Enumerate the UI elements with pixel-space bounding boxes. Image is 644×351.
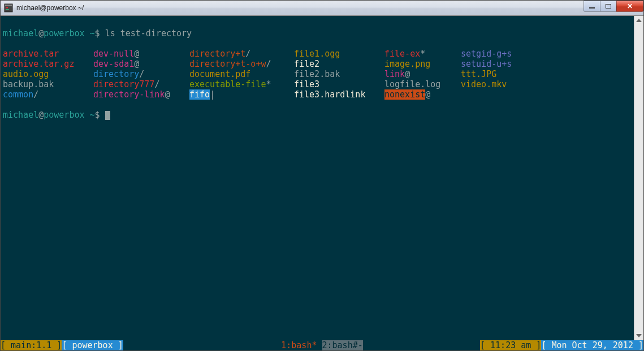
ls-entry: file3.hardlink — [294, 89, 384, 100]
svg-rect-1 — [5, 5, 12, 6]
close-button[interactable]: ✕ — [616, 1, 643, 12]
ls-entry: file2 — [294, 59, 384, 69]
window-title: michael@powerbox ~/ — [16, 4, 84, 12]
window-controls: ✕ — [584, 1, 643, 12]
ls-entry: directory777/ — [93, 79, 189, 89]
ls-entry: setgid-g+s — [461, 49, 512, 59]
ls-entry: backup.bak — [3, 79, 93, 89]
command-text: ls test-directory — [105, 28, 192, 38]
ls-entry: fifo| — [189, 89, 294, 100]
maximize-button[interactable] — [600, 1, 617, 12]
ls-entry: video.mkv — [461, 79, 512, 89]
ls-entry: file1.ogg — [294, 49, 384, 59]
ls-entry: ttt.JPG — [461, 69, 512, 79]
ls-entry: directory-link@ — [93, 89, 189, 100]
ls-entry: directory+t-o+w/ — [189, 59, 294, 69]
prompt-host: powerbox — [44, 28, 84, 38]
status-time: [ 11:23 am ] — [480, 340, 541, 350]
status-right: [ 11:23 am ][ Mon Oct 29, 2012 ] — [480, 340, 643, 350]
status-date: [ Mon Oct 29, 2012 ] — [541, 340, 643, 350]
ls-entry: file2.bak — [294, 69, 384, 79]
ls-entry: directory+t/ — [189, 49, 294, 59]
ls-entry: archive.tar — [3, 49, 93, 59]
svg-rect-2 — [6, 7, 8, 8]
ls-entry: common/ — [3, 89, 93, 100]
ls-entry: document.pdf — [189, 69, 294, 79]
ls-entry: file-ex* — [384, 49, 461, 59]
status-left: [ main:1.1 ][ powerbox ] — [1, 340, 123, 350]
cursor — [105, 111, 110, 120]
status-host: [ powerbox ] — [62, 340, 123, 350]
titlebar[interactable]: michael@powerbox ~/ ✕ — [1, 1, 643, 16]
app-icon — [4, 3, 13, 12]
ls-entry: logfile.log — [384, 79, 461, 89]
ls-entry: directory/ — [93, 69, 189, 79]
prompt-path: ~ — [90, 28, 95, 38]
ls-entry: link@ — [384, 69, 461, 79]
ls-entry: file3 — [294, 79, 384, 89]
ls-entry: image.png — [384, 59, 461, 69]
terminal-area: michael@powerbox ~$ ls test-directory ar… — [1, 16, 643, 340]
terminal[interactable]: michael@powerbox ~$ ls test-directory ar… — [1, 16, 634, 340]
ls-entry: dev-null@ — [93, 49, 189, 59]
ls-entry: audio.ogg — [3, 69, 93, 79]
status-active-window: 1:bash* — [281, 340, 317, 350]
ls-entry: nonexist@ — [384, 89, 461, 100]
prompt-user: michael — [3, 28, 38, 38]
ls-output: archive.tararchive.tar.gzaudio.oggbackup… — [3, 49, 634, 100]
tmux-statusbar: [ main:1.1 ][ powerbox ] 1:bash* 2:bash#… — [1, 340, 643, 350]
prompt-line-2: michael@powerbox ~$ — [3, 110, 634, 120]
minimize-button[interactable] — [584, 1, 600, 12]
ls-entry: archive.tar.gz — [3, 59, 93, 69]
ls-entry: executable-file* — [189, 79, 294, 89]
status-inactive-window: 2:bash#- — [322, 340, 363, 350]
ls-entry: setuid-u+s — [461, 59, 512, 69]
ls-entry: dev-sda1@ — [93, 59, 189, 69]
prompt-line: michael@powerbox ~$ ls test-directory — [3, 28, 634, 38]
app-window: michael@powerbox ~/ ✕ michael@powerbox ~… — [0, 0, 644, 351]
svg-rect-3 — [6, 9, 9, 10]
status-session: [ main:1.1 ] — [1, 340, 62, 350]
scrollbar[interactable] — [634, 16, 643, 340]
